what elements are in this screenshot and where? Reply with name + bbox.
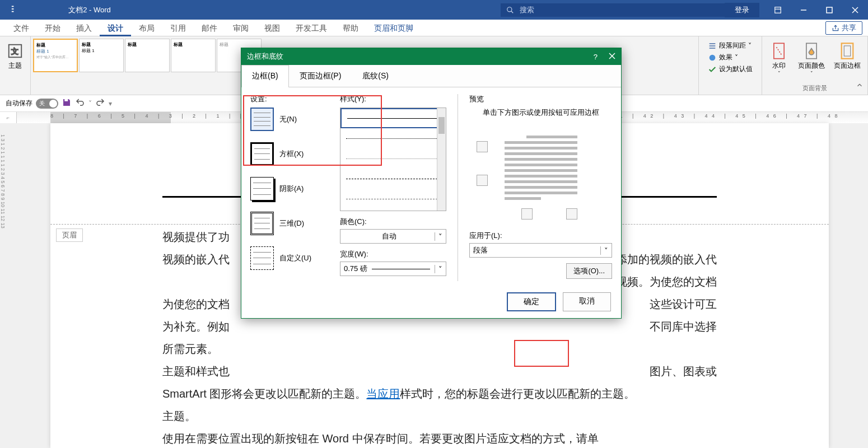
setting-3d[interactable]: 三维(D) xyxy=(250,212,329,235)
svg-rect-3 xyxy=(12,11,14,12)
borders-shading-dialog: 边框和底纹 ? 边框(B) 页面边框(P) 底纹(S) 设置: 无(N) 方框(… xyxy=(241,48,622,319)
watermark-icon xyxy=(769,41,789,61)
style-item[interactable]: 标题 xyxy=(171,39,216,72)
apply-link[interactable]: 当应用 xyxy=(366,388,400,400)
page-border-icon xyxy=(837,41,857,61)
tab-mail[interactable]: 邮件 xyxy=(194,20,225,36)
close-icon xyxy=(609,53,615,59)
preview-bottom-border-button[interactable] xyxy=(477,175,488,186)
page-border-button[interactable]: 页面边框 xyxy=(829,39,865,78)
collapse-ribbon-button[interactable] xyxy=(856,81,864,91)
setting-custom[interactable]: 自定义(U) xyxy=(250,246,329,270)
setting-none[interactable]: 无(N) xyxy=(250,108,329,131)
style-item[interactable]: 标题 xyxy=(125,39,170,72)
save-button[interactable] xyxy=(62,97,72,109)
cancel-button[interactable]: 取消 xyxy=(563,292,611,311)
style-gallery[interactable]: 标题标题 1对于"输入"库中的库... 标题标题 1 标题 标题 标题 xyxy=(31,36,264,95)
setting-box[interactable]: 方框(X) xyxy=(250,142,329,166)
dialog-help-button[interactable]: ? xyxy=(594,53,598,61)
style-item-dotted[interactable] xyxy=(340,128,446,148)
tab-review[interactable]: 审阅 xyxy=(225,20,256,36)
ok-button[interactable]: 确定 xyxy=(507,292,556,311)
tab-file[interactable]: 文件 xyxy=(6,20,37,36)
svg-line-5 xyxy=(511,11,514,13)
chevron-down-icon: ˅ xyxy=(600,246,608,255)
undo-dropdown[interactable]: ˅ xyxy=(88,100,92,108)
autosave-toggle[interactable]: 关 xyxy=(36,99,58,109)
tab-design[interactable]: 设计 xyxy=(100,20,131,36)
style-item-dashed[interactable] xyxy=(340,169,446,189)
tab-border[interactable]: 边框(B) xyxy=(241,65,289,87)
svg-text:文: 文 xyxy=(11,48,18,55)
style-item-fine-dotted[interactable] xyxy=(340,148,446,169)
tab-references[interactable]: 引用 xyxy=(162,20,194,36)
svg-rect-18 xyxy=(774,43,784,58)
preview-top-border-button[interactable] xyxy=(477,141,488,152)
style-listbox[interactable] xyxy=(340,108,446,211)
vertical-ruler[interactable]: 1 3 1 2 1 1 1 1 2 3 4 5 6 7 8 9 10 11 12… xyxy=(0,123,17,448)
themes-button[interactable]: 文 主题 xyxy=(2,39,28,73)
svg-rect-2 xyxy=(12,8,14,10)
style-scrollbar[interactable] xyxy=(437,108,446,211)
dialog-titlebar[interactable]: 边框和底纹 ? xyxy=(241,48,621,65)
tab-home[interactable]: 开始 xyxy=(37,20,68,36)
tab-layout[interactable]: 布局 xyxy=(131,20,162,36)
tab-shading[interactable]: 底纹(S) xyxy=(352,65,399,87)
set-default-button[interactable]: 设为默认值 xyxy=(704,63,756,75)
options-button[interactable]: 选项(O)... xyxy=(566,263,612,279)
setting-shadow[interactable]: 阴影(A) xyxy=(250,177,329,200)
tab-help[interactable]: 帮助 xyxy=(335,20,366,36)
dialog-footer: 确定 取消 xyxy=(241,286,621,318)
svg-point-4 xyxy=(507,7,512,11)
ribbon-tabs: 文件 开始 插入 设计 布局 引用 邮件 审阅 视图 开发工具 帮助 页眉和页脚… xyxy=(0,20,868,36)
tab-page-border[interactable]: 页面边框(P) xyxy=(289,65,352,87)
save-icon xyxy=(62,97,72,108)
dialog-close-button[interactable] xyxy=(609,53,615,61)
svg-point-17 xyxy=(710,54,716,60)
style-label: 样式(Y): xyxy=(340,94,446,104)
style-item[interactable]: 标题标题 1对于"输入"库中的库... xyxy=(33,39,78,72)
page-color-button[interactable]: 页面颜色˅ xyxy=(794,39,829,78)
close-window-button[interactable] xyxy=(842,0,868,20)
color-select[interactable]: 自动˅ xyxy=(340,229,446,244)
apply-to-label: 应用于(L): xyxy=(469,231,612,241)
preview-paragraph xyxy=(505,136,577,203)
tab-insert[interactable]: 插入 xyxy=(68,20,100,36)
share-button[interactable]: 共享 xyxy=(825,21,862,35)
effects-button[interactable]: 效果˅ xyxy=(704,52,756,63)
undo-button[interactable] xyxy=(75,97,85,109)
autosave-label: 自动保存 xyxy=(6,99,32,108)
effects-icon xyxy=(708,53,717,62)
tab-view[interactable]: 视图 xyxy=(256,20,288,36)
maximize-button[interactable] xyxy=(816,0,842,20)
redo-button[interactable] xyxy=(95,97,105,109)
preview-left-border-button[interactable] xyxy=(521,208,533,220)
ribbon-display-options-button[interactable] xyxy=(765,0,791,20)
svg-rect-9 xyxy=(827,7,832,13)
themes-icon: 文 xyxy=(5,41,25,61)
preview-help-text: 单击下方图示或使用按钮可应用边框 xyxy=(469,108,612,118)
preview-right-border-button[interactable] xyxy=(566,208,577,220)
minimize-button[interactable] xyxy=(791,0,816,20)
watermark-button[interactable]: 水印˅ xyxy=(764,39,794,78)
chevron-down-icon: ˅ xyxy=(435,265,442,273)
preview-box xyxy=(477,124,605,214)
tab-developer[interactable]: 开发工具 xyxy=(288,20,335,36)
qat-customize-button[interactable]: ▾ xyxy=(109,100,112,108)
style-item-solid[interactable] xyxy=(340,108,446,128)
dialog-tabs: 边框(B) 页面边框(P) 底纹(S) xyxy=(241,65,621,87)
paragraph-spacing-button[interactable]: 段落间距˅ xyxy=(704,40,756,52)
width-select[interactable]: 0.75 磅˅ xyxy=(340,262,446,276)
tab-selector[interactable]: ⌐ xyxy=(0,112,17,123)
tab-header-footer[interactable]: 页眉和页脚 xyxy=(366,20,421,36)
style-item-dashdot[interactable] xyxy=(340,189,446,209)
page-color-icon xyxy=(801,41,822,61)
style-item[interactable]: 标题标题 1 xyxy=(79,39,124,72)
apply-to-select[interactable]: 段落˅ xyxy=(469,243,612,258)
redo-icon xyxy=(95,97,105,108)
share-icon xyxy=(832,24,839,32)
search-input[interactable]: 搜索 xyxy=(501,3,725,17)
undo-icon xyxy=(75,97,85,108)
color-label: 颜色(C): xyxy=(340,217,446,227)
login-button[interactable]: 登录 xyxy=(725,3,759,17)
